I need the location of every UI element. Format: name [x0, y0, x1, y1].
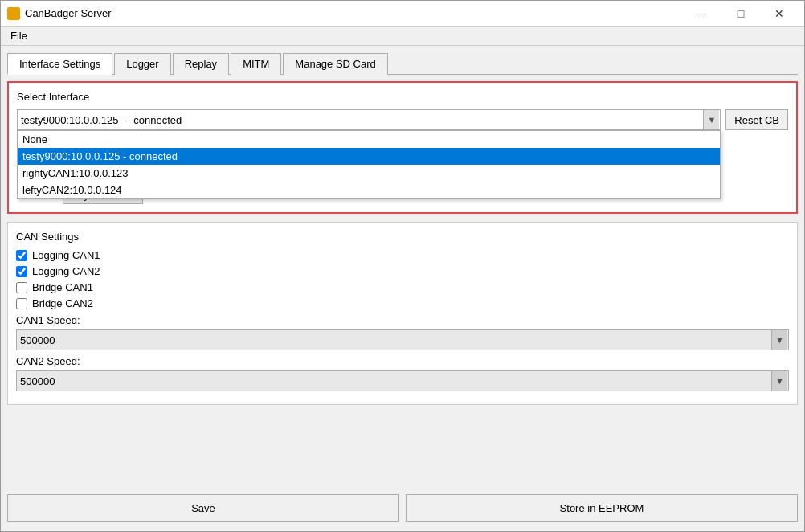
logging-can1-row: Logging CAN1	[16, 249, 789, 261]
file-menu[interactable]: File	[4, 28, 34, 43]
tab-replay[interactable]: Replay	[173, 53, 229, 75]
logging-can2-checkbox[interactable]	[16, 266, 27, 277]
interface-dropdown-wrapper: ▼ None testy9000:10.0.0.125 - connected …	[17, 109, 721, 130]
can-settings-section: CAN Settings Logging CAN1 Logging CAN2 B…	[7, 222, 798, 405]
bridge-can2-label[interactable]: Bridge CAN2	[32, 297, 93, 309]
menu-bar: File	[1, 27, 804, 46]
logging-can2-label[interactable]: Logging CAN2	[32, 265, 100, 277]
tab-mitm[interactable]: MITM	[231, 53, 281, 75]
tab-bar: Interface Settings Logger Replay MITM Ma…	[7, 52, 798, 75]
save-button[interactable]: Save	[7, 494, 399, 522]
window-controls: ─ □ ✕	[684, 1, 798, 27]
app-icon	[7, 7, 20, 20]
dropdown-option-righty[interactable]: rightyCAN1:10.0.0.123	[18, 165, 720, 182]
tab-manage-sd-card[interactable]: Manage SD Card	[283, 53, 387, 75]
select-interface-section: Select Interface ▼ None testy9000:10.0.0…	[7, 81, 798, 214]
tab-interface-settings[interactable]: Interface Settings	[7, 53, 112, 75]
can1-speed-select[interactable]: 500000 250000 125000 1000000	[16, 329, 789, 350]
logging-can2-row: Logging CAN2	[16, 265, 789, 277]
content-area: Interface Settings Logger Replay MITM Ma…	[1, 46, 804, 531]
interface-select-display[interactable]	[17, 109, 721, 130]
bridge-can1-label[interactable]: Bridge CAN1	[32, 281, 93, 293]
interface-dropdown-list: None testy9000:10.0.0.125 - connected ri…	[17, 130, 721, 199]
footer-buttons: Save Store in EEPROM	[7, 488, 798, 525]
bridge-can2-checkbox[interactable]	[16, 298, 27, 309]
bridge-can2-row: Bridge CAN2	[16, 297, 789, 309]
reset-cb-button[interactable]: Reset CB	[725, 109, 788, 130]
tab-logger[interactable]: Logger	[114, 53, 170, 75]
dropdown-option-testy[interactable]: testy9000:10.0.0.125 - connected	[18, 148, 720, 165]
main-panel: Select Interface ▼ None testy9000:10.0.0…	[7, 81, 798, 525]
can1-speed-label: CAN1 Speed:	[16, 314, 789, 326]
logging-can1-label[interactable]: Logging CAN1	[32, 249, 100, 261]
maximize-button[interactable]: □	[722, 1, 759, 27]
can2-speed-wrapper: 500000 250000 125000 1000000 ▼	[16, 370, 789, 391]
select-interface-title: Select Interface	[17, 91, 788, 103]
can1-speed-wrapper: 500000 250000 125000 1000000 ▼	[16, 329, 789, 350]
dropdown-option-none[interactable]: None	[18, 131, 720, 148]
main-window: CanBadger Server ─ □ ✕ File Interface Se…	[0, 0, 805, 532]
logging-can1-checkbox[interactable]	[16, 250, 27, 261]
title-bar: CanBadger Server ─ □ ✕	[1, 1, 804, 27]
can2-speed-label: CAN2 Speed:	[16, 355, 789, 367]
can2-speed-select[interactable]: 500000 250000 125000 1000000	[16, 370, 789, 391]
dropdown-option-lefty[interactable]: leftyCAN2:10.0.0.124	[18, 182, 720, 198]
can-settings-title: CAN Settings	[16, 231, 789, 243]
bridge-can1-checkbox[interactable]	[16, 282, 27, 293]
bridge-can1-row: Bridge CAN1	[16, 281, 789, 293]
window-title: CanBadger Server	[25, 7, 684, 19]
close-button[interactable]: ✕	[761, 1, 798, 27]
minimize-button[interactable]: ─	[684, 1, 721, 27]
store-eeprom-button[interactable]: Store in EEPROM	[406, 494, 798, 522]
interface-select-row: ▼ None testy9000:10.0.0.125 - connected …	[17, 109, 788, 130]
